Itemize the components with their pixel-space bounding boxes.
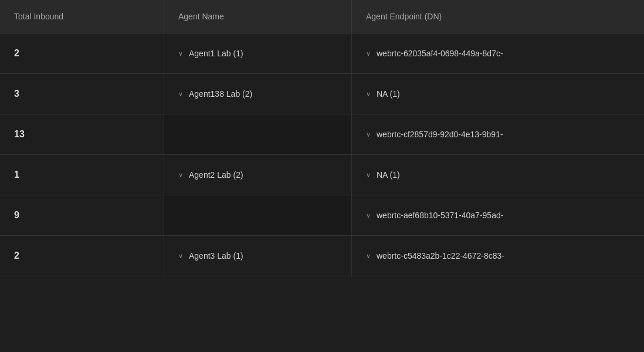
chevron-down-icon: ∨ xyxy=(366,252,371,260)
header-total-inbound: Total Inbound xyxy=(0,0,164,33)
cell-agent-endpoint[interactable]: ∨ webrtc-cf2857d9-92d0-4e13-9b91- xyxy=(352,114,644,154)
table-header-row: Total Inbound Agent Name Agent Endpoint … xyxy=(0,0,644,33)
chevron-down-icon: ∨ xyxy=(178,171,183,179)
data-table: Total Inbound Agent Name Agent Endpoint … xyxy=(0,0,644,352)
cell-agent-name[interactable]: ∨ Agent2 Lab (2) xyxy=(164,155,352,195)
cell-total-inbound: 13 xyxy=(0,114,164,154)
table-row: 2 ∨ Agent3 Lab (1) ∨ webrtc-c5483a2b-1c2… xyxy=(0,236,644,276)
chevron-down-icon: ∨ xyxy=(178,50,183,57)
table-row: 3 ∨ Agent138 Lab (2) ∨ NA (1) xyxy=(0,74,644,114)
cell-agent-name[interactable]: ∨ Agent3 Lab (1) xyxy=(164,236,352,276)
header-agent-name: Agent Name xyxy=(164,0,352,33)
cell-agent-name-empty xyxy=(164,195,352,235)
cell-agent-endpoint[interactable]: ∨ webrtc-c5483a2b-1c22-4672-8c83- xyxy=(352,236,644,276)
table-body: 2 ∨ Agent1 Lab (1) ∨ webrtc-62035af4-069… xyxy=(0,33,644,276)
cell-agent-name[interactable]: ∨ Agent1 Lab (1) xyxy=(164,33,352,73)
cell-total-inbound: 3 xyxy=(0,74,164,114)
chevron-down-icon: ∨ xyxy=(178,90,183,98)
cell-total-inbound: 2 xyxy=(0,33,164,73)
cell-agent-endpoint[interactable]: ∨ webrtc-aef68b10-5371-40a7-95ad- xyxy=(352,195,644,235)
table-row: 1 ∨ Agent2 Lab (2) ∨ NA (1) xyxy=(0,155,644,195)
table-row: 2 ∨ Agent1 Lab (1) ∨ webrtc-62035af4-069… xyxy=(0,33,644,74)
chevron-down-icon: ∨ xyxy=(366,90,371,98)
cell-agent-endpoint[interactable]: ∨ NA (1) xyxy=(352,155,644,195)
chevron-down-icon: ∨ xyxy=(178,252,183,260)
cell-total-inbound: 1 xyxy=(0,155,164,195)
chevron-down-icon: ∨ xyxy=(366,50,371,57)
cell-agent-name-empty xyxy=(164,114,352,154)
cell-agent-endpoint[interactable]: ∨ NA (1) xyxy=(352,74,644,114)
table-row: 13 ∨ webrtc-cf2857d9-92d0-4e13-9b91- xyxy=(0,114,644,155)
header-agent-endpoint: Agent Endpoint (DN) xyxy=(352,0,644,33)
table-row: 9 ∨ webrtc-aef68b10-5371-40a7-95ad- xyxy=(0,195,644,236)
cell-agent-name[interactable]: ∨ Agent138 Lab (2) xyxy=(164,74,352,114)
cell-total-inbound: 2 xyxy=(0,236,164,276)
cell-total-inbound: 9 xyxy=(0,195,164,235)
chevron-down-icon: ∨ xyxy=(366,212,371,219)
cell-agent-endpoint[interactable]: ∨ webrtc-62035af4-0698-449a-8d7c- xyxy=(352,33,644,73)
chevron-down-icon: ∨ xyxy=(366,131,371,138)
chevron-down-icon: ∨ xyxy=(366,171,371,179)
